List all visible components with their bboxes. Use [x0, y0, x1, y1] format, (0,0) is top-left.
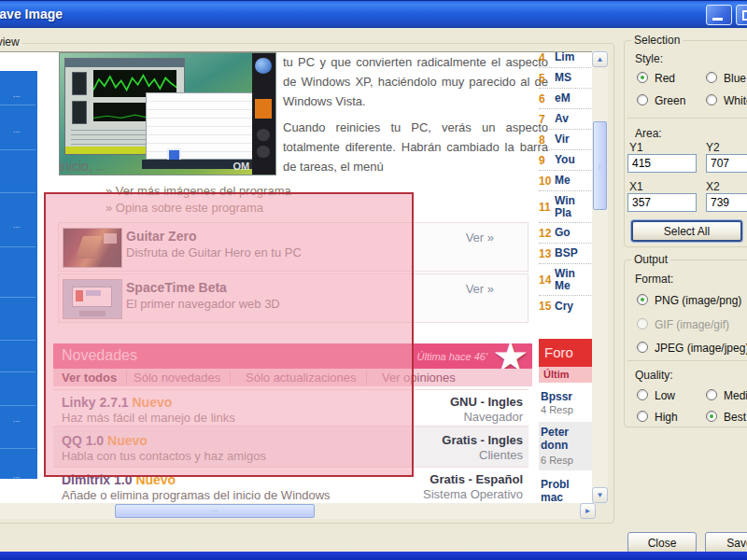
rank-item: 15Cry [539, 296, 591, 316]
horizontal-scroll-thumb[interactable]: ⋯ [115, 504, 315, 518]
maximize-button[interactable] [736, 5, 747, 25]
rank-title: Win Pla [555, 195, 591, 219]
rank-number: 14 [539, 273, 555, 287]
news-desc: Añade o elimina programas del inicio de … [62, 488, 331, 502]
foros-subtitle-bar: Últim [539, 367, 592, 383]
scroll-up-button[interactable]: ▲ [592, 51, 608, 67]
format-label: Format: [635, 273, 673, 286]
selection-overlay[interactable] [44, 192, 414, 477]
rank-title: Cry [555, 301, 573, 313]
webpage-sidebar: ... ... ... ... ... [0, 71, 37, 479]
grip-icon: ⋯ [211, 508, 218, 515]
foros-header: Foro [539, 339, 592, 367]
quality-radio-low[interactable] [637, 389, 648, 400]
x1-field[interactable] [627, 193, 697, 212]
rank-title: BSP [555, 247, 578, 259]
globe-icon [255, 58, 272, 74]
forum-thread: Probl mac [541, 478, 591, 503]
quality-radio-low-label: Low [655, 389, 675, 402]
news-category: Clientes [479, 448, 523, 462]
minimize-button[interactable] [706, 5, 732, 25]
article-paragraph-cont: inicio, .. [59, 159, 103, 174]
format-radio-jpeg[interactable] [637, 342, 648, 353]
news-category: Navegador [463, 410, 523, 424]
sidebar-divider [0, 297, 35, 298]
down-arrow-icon: ▼ [597, 491, 604, 499]
preview-group-label: Preview [0, 35, 22, 49]
foros-title: Foro [544, 344, 573, 360]
vertical-scrollbar[interactable]: ▲ ⁞ ▼ [592, 51, 608, 503]
screenshot-panel [72, 101, 86, 123]
screenshot-panel [72, 72, 86, 94]
rank-item: 8Vir [539, 130, 591, 150]
y1-field[interactable] [627, 154, 697, 173]
horizontal-scrollbar[interactable]: ⋯ ► [0, 503, 596, 519]
up-arrow-icon: ▲ [597, 55, 604, 63]
select-all-button[interactable]: Select All [631, 220, 742, 242]
rank-number: 9 [539, 154, 555, 167]
style-radio-green[interactable] [637, 94, 648, 105]
quality-radio-medium-label: Medium [724, 389, 747, 402]
screenshot-knob [257, 129, 270, 141]
rank-item: 4Lim [539, 51, 591, 68]
quality-label: Quality: [635, 369, 673, 382]
sidebar-item: ... [13, 414, 21, 424]
style-radio-blue[interactable] [706, 72, 717, 83]
y2-field[interactable] [706, 154, 747, 173]
forum-thread: Peter donn [541, 426, 591, 452]
style-radio-white-label: White [724, 94, 747, 107]
maximize-icon [742, 10, 747, 21]
save-button[interactable]: Save [705, 532, 747, 553]
preview-viewport[interactable]: ... ... ... ... ... [0, 51, 592, 503]
vertical-scroll-thumb[interactable]: ⁞ [593, 121, 607, 210]
close-button[interactable]: Close [627, 532, 697, 553]
output-divider [627, 360, 747, 361]
scroll-down-button[interactable]: ▼ [592, 487, 608, 503]
x2-label: X2 [706, 180, 720, 193]
quality-radio-best[interactable] [706, 411, 717, 422]
selection-group-label: Selection [631, 34, 683, 47]
titlebar: Save Image [0, 0, 747, 28]
area-label: Area: [635, 127, 662, 140]
rank-title: eM [555, 92, 571, 105]
rank-item: 9You [539, 150, 591, 171]
x1-label: X1 [629, 180, 643, 193]
rank-title: Vir [555, 133, 570, 146]
minimize-icon [712, 18, 723, 21]
format-radio-png[interactable] [637, 294, 648, 305]
style-radio-red[interactable] [637, 72, 648, 83]
window-bottom-border [0, 552, 747, 560]
window-title: Save Image [0, 7, 63, 21]
news-license: GNU - Ingles [450, 395, 523, 409]
rank-item: 12Go [539, 223, 591, 244]
rank-number: 15 [539, 300, 555, 313]
screenshot-dialog [146, 92, 258, 161]
format-radio-jpeg-label: JPEG (image/jpeg) [655, 342, 747, 355]
quality-radio-high[interactable] [637, 411, 648, 422]
rank-number: 8 [539, 133, 555, 147]
rank-title: Av [555, 113, 569, 125]
rank-item: 10Me [539, 171, 591, 191]
style-label: Style: [635, 52, 663, 65]
y1-label: Y1 [629, 141, 643, 154]
sidebar-item: ... [13, 470, 21, 480]
format-radio-gif [637, 318, 648, 329]
save-image-dialog: { "window": { "title": "Save Image" }, "… [0, 0, 747, 560]
sidebar-item: ... [13, 125, 21, 134]
style-radio-white[interactable] [706, 94, 717, 105]
format-radio-gif-label: GIF (image/gif) [655, 318, 729, 331]
article-paragraph: Cuando reinicies tu PC, verás un aspecto… [283, 118, 548, 176]
quality-radio-medium[interactable] [706, 389, 717, 400]
sidebar-item: ... [13, 220, 21, 230]
news-license: Gratis - Español [430, 472, 523, 486]
x2-field[interactable] [706, 193, 747, 212]
rank-item: 5MS [539, 68, 591, 89]
rank-item: 7Av [539, 109, 591, 130]
rank-number: 13 [539, 247, 555, 260]
rank-number: 5 [539, 72, 555, 85]
scroll-right-button[interactable]: ► [580, 503, 596, 519]
sidebar-item: ... [13, 90, 21, 99]
rank-title: You [555, 154, 575, 166]
forum-replies: 6 Resp [541, 455, 573, 466]
rank-number: 10 [539, 175, 555, 188]
